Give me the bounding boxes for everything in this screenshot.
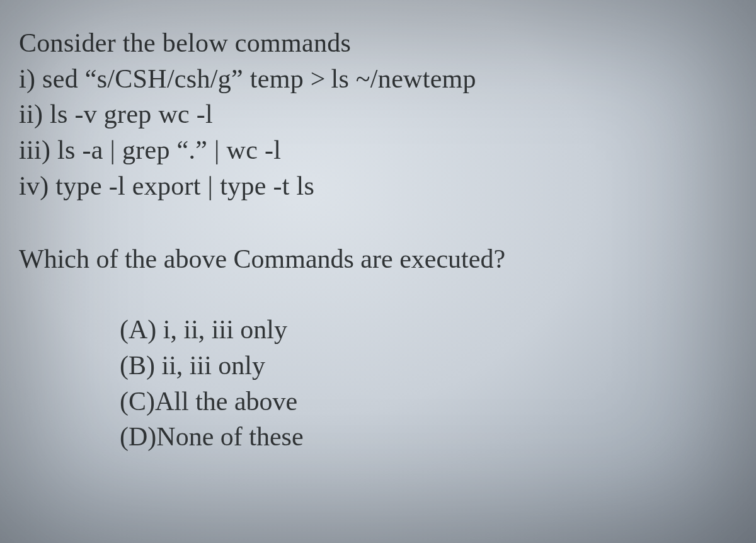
options-list: (A) i, ii, iii only (B) ii, iii only (C)… bbox=[19, 312, 737, 455]
command-ii: ii) ls -v grep wc -l bbox=[19, 96, 737, 132]
option-c: (C)All the above bbox=[120, 384, 737, 420]
question-block: Consider the below commands i) sed “s/CS… bbox=[19, 25, 737, 455]
option-a: (A) i, ii, iii only bbox=[120, 312, 737, 348]
command-iii: iii) ls -a | grep “.” | wc -l bbox=[19, 132, 737, 168]
heading-text: Consider the below commands bbox=[19, 25, 737, 61]
command-iv: iv) type -l export | type -t ls bbox=[19, 168, 737, 204]
question-text: Which of the above Commands are executed… bbox=[19, 241, 737, 277]
command-i: i) sed “s/CSH/csh/g” temp > ls ~/newtemp bbox=[19, 61, 737, 97]
option-b: (B) ii, iii only bbox=[120, 348, 737, 384]
option-d: (D)None of these bbox=[120, 419, 737, 455]
